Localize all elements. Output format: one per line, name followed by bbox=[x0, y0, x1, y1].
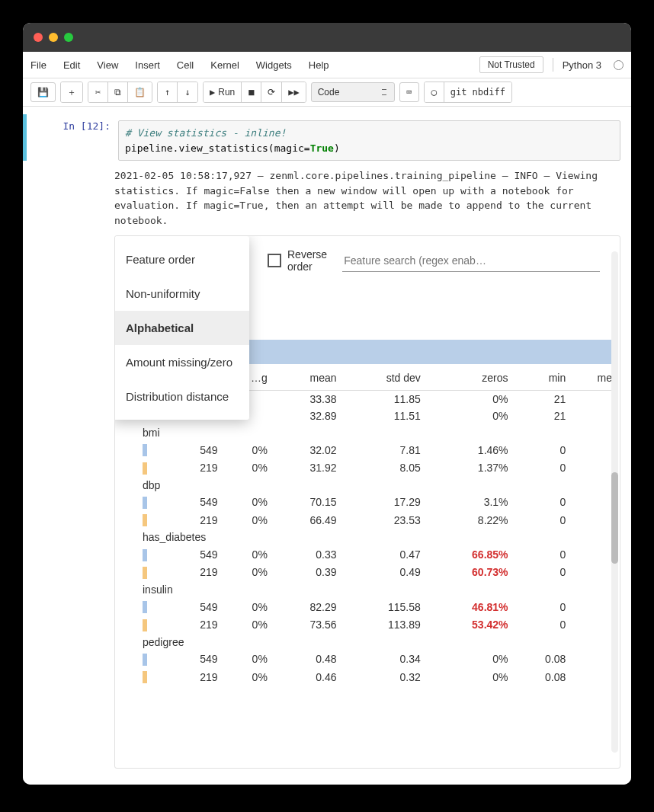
command-palette-button[interactable]: ⌨ bbox=[399, 82, 419, 102]
scroll-thumb[interactable] bbox=[611, 472, 618, 564]
titlebar bbox=[23, 23, 631, 52]
menu-cell[interactable]: Cell bbox=[177, 59, 194, 71]
circle-icon: ◯ bbox=[431, 87, 437, 98]
save-button[interactable]: 💾 bbox=[30, 82, 56, 102]
toolbar: 💾 ＋ ✂ ⧉ 📋 ↑ ↓ ▶ Run ■ ⟳ ▶▶ Code ⌨ ◯ g bbox=[23, 78, 631, 107]
reverse-order-checkbox[interactable] bbox=[268, 254, 281, 267]
stop-button[interactable]: ■ bbox=[242, 82, 261, 102]
series-swatch-blue bbox=[143, 549, 147, 561]
arrow-up-icon: ↑ bbox=[165, 87, 170, 98]
notebook-body: In [12]: # View statistics - inline! pip… bbox=[23, 107, 631, 785]
series-swatch-orange bbox=[143, 514, 147, 526]
series-swatch-blue bbox=[143, 654, 147, 666]
code-cell[interactable]: In [12]: # View statistics - inline! pip… bbox=[23, 114, 631, 161]
restart-button[interactable]: ⟳ bbox=[261, 82, 282, 102]
series-swatch-blue bbox=[143, 444, 147, 456]
feature-name: pedigree bbox=[138, 634, 617, 651]
minimize-window-icon[interactable] bbox=[49, 33, 58, 42]
menu-insert[interactable]: Insert bbox=[135, 59, 160, 71]
menu-edit[interactable]: Edit bbox=[63, 59, 80, 71]
menu-kernel[interactable]: Kernel bbox=[210, 59, 239, 71]
table-row: 5490%82.29115.5846.81%0 bbox=[138, 598, 617, 615]
save-icon: 💾 bbox=[37, 87, 49, 98]
series-swatch-orange bbox=[143, 462, 147, 475]
kernel-name: Python 3 bbox=[563, 59, 601, 71]
stop-icon: ■ bbox=[248, 87, 254, 98]
code-text: pipeline.view_statistics(magic= bbox=[125, 142, 310, 154]
cell-type-value: Code bbox=[318, 87, 340, 98]
add-cell-button[interactable]: ＋ bbox=[61, 82, 82, 102]
app-window: FileEditViewInsertCellKernelWidgetsHelp … bbox=[23, 23, 631, 785]
move-up-button[interactable]: ↑ bbox=[158, 82, 178, 102]
column-header[interactable]: std dev bbox=[341, 366, 425, 391]
dropdown-item-feature-order[interactable]: Feature order bbox=[115, 242, 249, 277]
column-header[interactable]: mean bbox=[272, 366, 341, 391]
run-label: Run bbox=[218, 87, 235, 98]
restart-icon: ⟳ bbox=[268, 87, 275, 98]
feature-name: insulin bbox=[138, 581, 617, 598]
code-keyword: True bbox=[310, 142, 334, 154]
arrow-down-icon: ↓ bbox=[184, 87, 190, 98]
column-header[interactable]: min bbox=[513, 366, 571, 391]
copy-button[interactable]: ⧉ bbox=[108, 82, 128, 102]
series-swatch-blue bbox=[143, 497, 147, 509]
move-down-button[interactable]: ↓ bbox=[178, 82, 197, 102]
code-comment: # View statistics - inline! bbox=[125, 127, 286, 139]
stats-controls: Feature orderNon-uniformityAlphabeticalA… bbox=[115, 236, 620, 285]
input-prompt: In [12]: bbox=[27, 120, 118, 161]
dropdown-item-alphabetical[interactable]: Alphabetical bbox=[115, 311, 249, 345]
menubar: FileEditViewInsertCellKernelWidgetsHelp … bbox=[23, 52, 631, 78]
feature-search-input[interactable] bbox=[342, 250, 600, 272]
dropdown-item-distribution-distance[interactable]: Distribution distance bbox=[115, 379, 249, 414]
run-all-button[interactable]: ▶▶ bbox=[282, 82, 305, 102]
fast-forward-icon: ▶▶ bbox=[288, 87, 299, 98]
cell-type-select[interactable]: Code bbox=[311, 82, 395, 102]
table-row: 2190%31.928.051.37%0 bbox=[138, 459, 617, 476]
menu-help[interactable]: Help bbox=[309, 59, 329, 71]
dropdown-item-amount-missing-zero[interactable]: Amount missing/zero bbox=[115, 345, 249, 379]
scrollbar[interactable] bbox=[611, 251, 618, 753]
series-swatch-blue bbox=[143, 601, 147, 613]
table-row: 5490%0.330.4766.85%0 bbox=[138, 545, 617, 563]
table-row: 2190%0.460.320%0.08 bbox=[138, 668, 617, 686]
series-swatch-orange bbox=[143, 671, 147, 683]
column-header[interactable]: me bbox=[570, 366, 617, 391]
feature-order-dropdown[interactable]: Feature orderNon-uniformityAlphabeticalA… bbox=[115, 236, 249, 420]
output-log: 2021-02-05 10:58:17,927 — zenml.core.pip… bbox=[23, 161, 631, 235]
keyboard-icon: ⌨ bbox=[406, 87, 412, 98]
copy-icon: ⧉ bbox=[114, 87, 121, 98]
feature-name: dbp bbox=[138, 477, 617, 494]
cut-button[interactable]: ✂ bbox=[88, 82, 108, 102]
table-row: 2190%0.390.4960.73%0 bbox=[138, 564, 617, 581]
column-header[interactable]: zeros bbox=[425, 366, 513, 391]
table-row: 5490%70.1517.293.1%0 bbox=[138, 494, 617, 511]
table-row: 5490%0.480.340%0.08 bbox=[138, 651, 617, 668]
kernel-idle-icon bbox=[614, 60, 624, 70]
feature-name: has_diabetes bbox=[138, 529, 617, 545]
plus-icon: ＋ bbox=[67, 86, 76, 99]
git-nbdiff-button[interactable]: git nbdiff bbox=[444, 82, 511, 102]
reverse-order-label: Reverse order bbox=[287, 248, 327, 273]
dropdown-item-non-uniformity[interactable]: Non-uniformity bbox=[115, 277, 249, 311]
play-icon: ▶ bbox=[210, 87, 215, 98]
code-text-close: ) bbox=[334, 142, 340, 154]
scissors-icon: ✂ bbox=[95, 87, 101, 98]
series-swatch-orange bbox=[143, 567, 147, 579]
paste-icon: 📋 bbox=[134, 87, 146, 98]
table-row: 5490%32.027.811.46%0 bbox=[138, 441, 617, 459]
trust-button[interactable]: Not Trusted bbox=[479, 56, 543, 73]
zoom-window-icon[interactable] bbox=[64, 33, 73, 42]
paste-button[interactable]: 📋 bbox=[128, 82, 152, 102]
feature-name: bmi bbox=[138, 424, 617, 441]
table-row: 2190%73.56113.8953.42%0 bbox=[138, 615, 617, 633]
menu-view[interactable]: View bbox=[97, 59, 118, 71]
git-status-button[interactable]: ◯ bbox=[425, 82, 444, 102]
menu-file[interactable]: File bbox=[30, 59, 46, 71]
code-input[interactable]: # View statistics - inline! pipeline.vie… bbox=[118, 120, 620, 161]
menu-widgets[interactable]: Widgets bbox=[256, 59, 292, 71]
close-window-icon[interactable] bbox=[34, 33, 43, 42]
series-swatch-orange bbox=[143, 619, 147, 631]
table-row: 2190%66.4923.538.22%0 bbox=[138, 511, 617, 529]
run-button[interactable]: ▶ Run bbox=[204, 82, 242, 102]
statistics-panel: Feature orderNon-uniformityAlphabeticalA… bbox=[114, 235, 620, 769]
